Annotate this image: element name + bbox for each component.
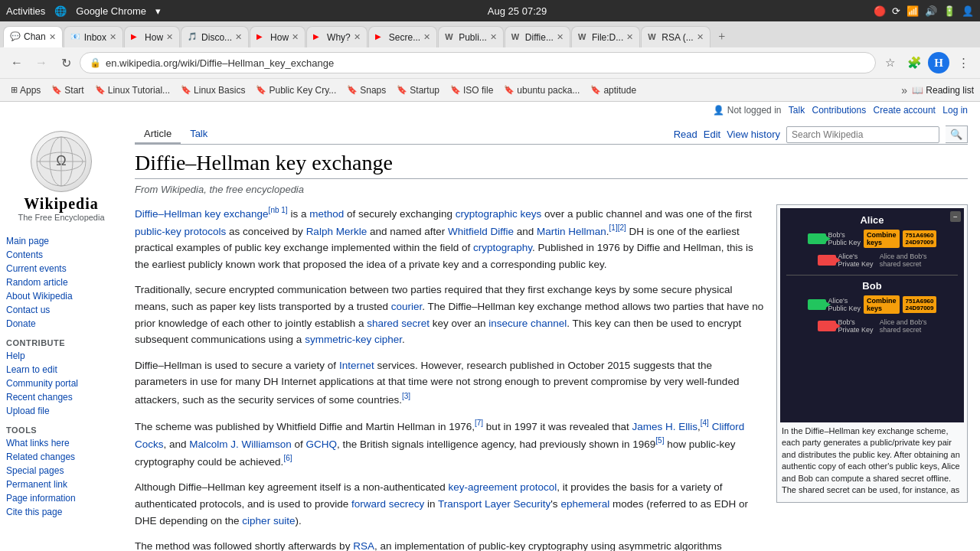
network-icon[interactable]: 📶 xyxy=(906,5,919,17)
link-gchq[interactable]: GCHQ xyxy=(306,439,338,450)
link-key-agreement[interactable]: key-agreement protocol xyxy=(449,481,557,493)
sidebar-item-upload[interactable]: Upload file xyxy=(0,404,122,418)
link-method[interactable]: method xyxy=(309,208,344,220)
tab-close-secre[interactable]: ✕ xyxy=(423,32,430,42)
note-5[interactable]: [5] xyxy=(655,436,664,445)
reading-list-button[interactable]: 📖 Reading list xyxy=(912,85,974,96)
tab-diffie[interactable]: W Diffie... ✕ xyxy=(505,26,570,47)
tab-close-chan[interactable]: ✕ xyxy=(49,32,56,42)
link-insecure-channel[interactable]: insecure channel xyxy=(488,318,567,329)
browser-dropdown-icon[interactable]: ▾ xyxy=(155,5,161,17)
bookmark-iso[interactable]: 🔖 ISO file xyxy=(446,83,498,98)
link-courier[interactable]: courier xyxy=(391,301,423,312)
link-public-key-protocols[interactable]: public-key protocols xyxy=(135,226,226,237)
sidebar-item-page-info[interactable]: Page information xyxy=(0,491,122,505)
link-ephemeral[interactable]: ephemeral xyxy=(560,498,609,510)
link-cryptography[interactable]: cryptography xyxy=(473,242,532,253)
tab-file[interactable]: W File:D... ✕ xyxy=(571,26,640,47)
sidebar-item-main-page[interactable]: Main page xyxy=(0,234,122,248)
sidebar-item-special[interactable]: Special pages xyxy=(0,464,122,478)
sidebar-item-donate[interactable]: Donate xyxy=(0,317,122,331)
extension-puzzle-icon[interactable]: 🧩 xyxy=(903,52,925,73)
sidebar-item-contact[interactable]: Contact us xyxy=(0,303,122,317)
tab-close-disco[interactable]: ✕ xyxy=(235,32,242,42)
bookmark-snaps[interactable]: 🔖 Snaps xyxy=(342,83,390,98)
back-button[interactable]: ← xyxy=(6,52,28,73)
menu-button[interactable]: ⋮ xyxy=(952,52,974,73)
link-cipher-suite[interactable]: cipher suite xyxy=(242,515,295,527)
note-1-2[interactable]: [1][2] xyxy=(609,223,626,232)
sidebar-item-contents[interactable]: Contents xyxy=(0,248,122,262)
bookmark-apps[interactable]: ⊞ Apps xyxy=(6,83,45,98)
activities-button[interactable]: Activities xyxy=(6,5,45,17)
battery-icon[interactable]: 🔋 xyxy=(943,5,956,17)
browser-name[interactable]: Google Chrome xyxy=(76,5,146,17)
bookmarks-more-button[interactable]: » xyxy=(901,84,907,96)
address-bar[interactable]: 🔒 en.wikipedia.org/wiki/Diffie–Hellman_k… xyxy=(80,52,876,73)
link-malcolm-williamson[interactable]: Malcolm J. Williamson xyxy=(189,439,292,450)
link-james-ellis[interactable]: James H. Ellis xyxy=(632,421,697,432)
note-7[interactable]: [7] xyxy=(475,419,483,427)
sound-icon[interactable]: 🔊 xyxy=(925,5,937,17)
bookmark-public-key[interactable]: 🔖 Public Key Cry... xyxy=(251,83,341,98)
new-tab-button[interactable]: + xyxy=(711,26,733,47)
tab-how2[interactable]: ▶ How ✕ xyxy=(250,26,305,47)
tab-chan[interactable]: 💬 Chan ✕ xyxy=(3,26,63,47)
sidebar-item-cite[interactable]: Cite this page xyxy=(0,505,122,519)
read-action[interactable]: Read xyxy=(674,129,697,140)
bookmark-linux-basics[interactable]: 🔖 Linux Basics xyxy=(176,83,250,98)
talk-link[interactable]: Talk xyxy=(789,105,805,116)
link-symmetric-key[interactable]: symmetric-key cipher xyxy=(305,334,402,345)
note-nb1[interactable]: [nb 1] xyxy=(269,206,288,214)
bookmark-aptitude[interactable]: 🔖 aptitude xyxy=(586,83,641,98)
contributions-link[interactable]: Contributions xyxy=(812,105,867,116)
tab-close-how1[interactable]: ✕ xyxy=(166,32,173,42)
tab-close-inbox[interactable]: ✕ xyxy=(109,32,116,42)
profile-button[interactable]: H xyxy=(928,52,949,73)
link-ralph-merkle[interactable]: Ralph Merkle xyxy=(306,226,368,237)
log-in-link[interactable]: Log in xyxy=(942,105,968,116)
sidebar-item-random[interactable]: Random article xyxy=(0,276,122,289)
link-martin-hellman[interactable]: Martin Hellman xyxy=(537,226,606,237)
bookmark-start[interactable]: 🔖 Start xyxy=(47,83,88,98)
tab-how1[interactable]: ▶ How ✕ xyxy=(124,26,180,47)
link-shared-secret[interactable]: shared secret xyxy=(367,318,430,329)
view-history-action[interactable]: View history xyxy=(727,129,780,140)
search-input[interactable] xyxy=(786,126,939,143)
tab-publi[interactable]: W Publi... ✕ xyxy=(438,26,504,47)
tab-talk[interactable]: Talk xyxy=(181,125,217,145)
tab-inbox[interactable]: 📧 Inbox ✕ xyxy=(64,26,123,47)
note-4[interactable]: [4] xyxy=(701,419,709,427)
bookmark-star-button[interactable]: ☆ xyxy=(879,52,900,73)
sidebar-item-learn[interactable]: Learn to edit xyxy=(0,363,122,377)
sidebar-item-what-links[interactable]: What links here xyxy=(0,436,122,450)
bookmark-ubuntu[interactable]: 🔖 ubuntu packa... xyxy=(499,83,584,98)
note-3[interactable]: [3] xyxy=(402,392,410,400)
forward-button[interactable]: → xyxy=(31,52,52,73)
user-icon[interactable]: 👤 xyxy=(962,5,974,17)
tab-close-why[interactable]: ✕ xyxy=(354,32,361,42)
link-forward-secrecy[interactable]: forward secrecy xyxy=(351,498,424,510)
tab-article[interactable]: Article xyxy=(135,125,181,145)
tab-rsa[interactable]: W RSA (... ✕ xyxy=(641,26,710,47)
bookmark-linux-tutorial[interactable]: 🔖 Linux Tutorial... xyxy=(90,83,175,98)
link-crypto-keys[interactable]: cryptographic keys xyxy=(456,208,542,220)
sidebar-item-current-events[interactable]: Current events xyxy=(0,262,122,276)
create-account-link[interactable]: Create account xyxy=(874,105,936,116)
address-url[interactable]: en.wikipedia.org/wiki/Diffie–Hellman_key… xyxy=(106,57,866,69)
bookmark-startup[interactable]: 🔖 Startup xyxy=(392,83,444,98)
tab-why[interactable]: ▶ Why? ✕ xyxy=(306,26,368,47)
link-internet[interactable]: Internet xyxy=(339,360,374,371)
collapse-button[interactable]: − xyxy=(950,211,961,222)
tab-close-diffie[interactable]: ✕ xyxy=(557,32,564,42)
sidebar-item-recent[interactable]: Recent changes xyxy=(0,390,122,404)
link-rsa[interactable]: RSA xyxy=(353,540,374,551)
search-button[interactable]: 🔍 xyxy=(946,126,968,143)
note-6[interactable]: [6] xyxy=(283,454,292,462)
sidebar-item-community[interactable]: Community portal xyxy=(0,377,122,390)
sidebar-item-help[interactable]: Help xyxy=(0,349,122,363)
tab-close-how2[interactable]: ✕ xyxy=(292,32,299,42)
reload-button[interactable]: ↻ xyxy=(55,52,77,73)
tab-close-rsa[interactable]: ✕ xyxy=(697,32,704,42)
tab-disco[interactable]: 🎵 Disco... ✕ xyxy=(181,26,249,47)
